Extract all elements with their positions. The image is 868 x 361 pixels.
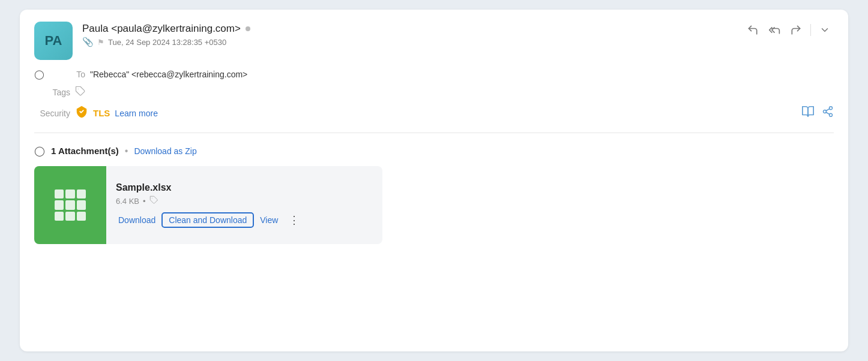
book-icon[interactable] <box>801 105 815 121</box>
tls-text: TLS <box>93 108 110 118</box>
sender-info: Paula <paula@zylkertraining.com> 📎 ⚑ Tue… <box>82 22 834 47</box>
to-row: ◯ To "Rebecca" <rebecca@zylkertraining.c… <box>34 66 834 83</box>
avatar: PA <box>34 22 73 60</box>
to-value: "Rebecca" <rebecca@zylkertraining.com> <box>90 70 247 79</box>
reply-all-button[interactable] <box>765 22 784 38</box>
file-tag-icon <box>149 195 158 206</box>
flag-icon: ⚑ <box>97 38 104 47</box>
attachment-count: 1 Attachment(s) <box>51 146 119 156</box>
clean-download-button[interactable]: Clean and Download <box>161 212 254 228</box>
xlsx-icon <box>55 189 86 221</box>
status-dot <box>246 26 250 31</box>
sender-name-row: Paula <paula@zylkertraining.com> <box>82 23 834 35</box>
download-zip-link[interactable]: Download as Zip <box>134 146 196 156</box>
view-button[interactable]: View <box>258 214 280 226</box>
file-icon-box <box>34 166 106 244</box>
more-actions-button[interactable] <box>816 22 834 38</box>
download-button[interactable]: Download <box>116 214 158 226</box>
tags-label: Tags <box>34 88 70 97</box>
file-card: Sample.xlsx 6.4 KB • Download Clean and … <box>34 166 382 244</box>
file-details: Sample.xlsx 6.4 KB • Download Clean and … <box>106 175 382 235</box>
attachment-expand-icon[interactable]: ◯ <box>34 145 45 157</box>
security-row: Security TLS Learn more <box>34 102 834 124</box>
nav-actions <box>743 22 834 38</box>
share-icon[interactable] <box>822 106 834 121</box>
meta-section: ◯ To "Rebecca" <rebecca@zylkertraining.c… <box>20 60 848 124</box>
attachments-header: ◯ 1 Attachment(s) • Download as Zip <box>34 145 834 157</box>
timestamp: Tue, 24 Sep 2024 13:28:35 +0530 <box>108 38 226 47</box>
to-label: To <box>49 70 85 79</box>
reply-button[interactable] <box>743 22 762 38</box>
paperclip-icon: 📎 <box>82 37 94 47</box>
learn-more-link[interactable]: Learn more <box>115 109 158 118</box>
forward-button[interactable] <box>786 22 806 38</box>
tags-row: Tags <box>34 83 834 102</box>
file-actions: Download Clean and Download View ⋮ <box>116 212 373 228</box>
file-name: Sample.xlsx <box>116 182 373 193</box>
to-expand-icon[interactable]: ◯ <box>34 69 44 80</box>
svg-line-4 <box>826 112 830 114</box>
email-container: PA Paula <paula@zylkertraining.com> 📎 ⚑ … <box>20 10 848 351</box>
tag-icon[interactable] <box>75 86 86 99</box>
sender-row: PA Paula <paula@zylkertraining.com> 📎 ⚑ … <box>34 22 834 60</box>
security-right-icons <box>801 105 834 121</box>
svg-line-5 <box>826 109 830 110</box>
attachments-section: ◯ 1 Attachment(s) • Download as Zip <box>20 133 848 256</box>
file-meta: 6.4 KB • <box>116 195 373 206</box>
sender-meta: 📎 ⚑ Tue, 24 Sep 2024 13:28:35 +0530 <box>82 37 834 47</box>
file-size: 6.4 KB <box>116 197 139 206</box>
file-more-button[interactable]: ⋮ <box>285 212 303 228</box>
email-header: PA Paula <paula@zylkertraining.com> 📎 ⚑ … <box>20 10 848 60</box>
security-label: Security <box>34 109 70 118</box>
tls-shield-icon <box>75 105 88 121</box>
attachment-dot: • <box>125 146 128 157</box>
nav-divider <box>810 24 811 36</box>
file-meta-dot: • <box>143 197 146 206</box>
sender-name: Paula <paula@zylkertraining.com> <box>82 23 241 35</box>
